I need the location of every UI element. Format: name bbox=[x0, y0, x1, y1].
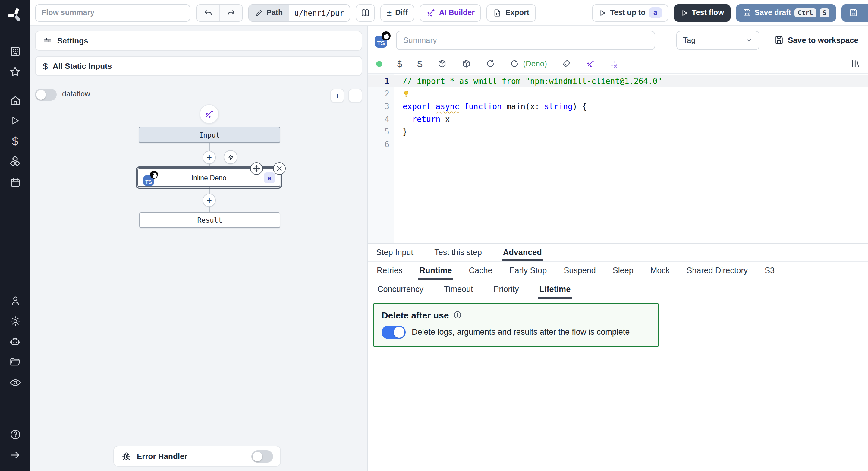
reload-button[interactable] bbox=[486, 59, 495, 68]
path-button[interactable]: Path u/henri/pur bbox=[248, 4, 350, 22]
lightning-icon bbox=[227, 153, 234, 161]
format-button[interactable] bbox=[562, 59, 571, 68]
bug-icon bbox=[121, 451, 131, 461]
user-icon bbox=[9, 295, 21, 306]
move-step-button[interactable] bbox=[250, 162, 263, 175]
add-step-button[interactable]: + bbox=[203, 194, 216, 207]
test-up-to-button[interactable]: Test up to a bbox=[592, 4, 668, 22]
reset-runtime-button[interactable] bbox=[510, 59, 519, 68]
package-button[interactable] bbox=[437, 59, 446, 68]
tab[interactable]: Timeout bbox=[443, 280, 474, 298]
tab[interactable]: Runtime bbox=[418, 261, 453, 279]
cubes-icon bbox=[9, 155, 21, 168]
code-line[interactable]: 6 bbox=[368, 138, 868, 151]
sidebar-item-settings[interactable] bbox=[5, 311, 25, 331]
code-line[interactable]: 3export async function main(x: string) { bbox=[368, 100, 868, 113]
runtime-tabs: ConcurrencyTimeoutPriorityLifetime bbox=[368, 280, 868, 299]
tag-select[interactable]: Tag bbox=[676, 30, 760, 50]
tab[interactable]: Advanced bbox=[502, 243, 543, 261]
export-file-icon bbox=[493, 8, 502, 17]
ai-edit-button[interactable] bbox=[586, 59, 595, 68]
line-number: 1 bbox=[368, 75, 394, 87]
ai-sparkles-button[interactable] bbox=[610, 59, 620, 68]
test-flow-button[interactable]: Test flow bbox=[674, 4, 731, 22]
save-to-workspace-button[interactable]: Save to workspace bbox=[775, 36, 858, 45]
library-button[interactable] bbox=[850, 59, 860, 68]
delete-step-button[interactable] bbox=[273, 162, 286, 175]
refresh-icon bbox=[510, 59, 519, 68]
docs-button[interactable] bbox=[355, 4, 375, 22]
refresh-icon bbox=[486, 59, 495, 68]
line-number: 3 bbox=[368, 100, 394, 113]
sidebar-item-users[interactable] bbox=[5, 290, 25, 311]
ai-flow-button[interactable] bbox=[199, 104, 219, 124]
tab[interactable]: Concurrency bbox=[376, 280, 425, 298]
sidebar-item-workers[interactable] bbox=[5, 331, 25, 352]
sidebar-item-runs[interactable] bbox=[5, 110, 25, 131]
code-line[interactable]: 1// import * as wmill from "npm:windmill… bbox=[368, 75, 868, 87]
tab[interactable]: Suspend bbox=[562, 261, 597, 279]
library-icon bbox=[850, 59, 860, 68]
flow-summary-input[interactable] bbox=[35, 4, 190, 22]
tab[interactable]: Shared Directory bbox=[685, 261, 749, 279]
pencil-icon bbox=[255, 9, 263, 17]
app-window: $ bbox=[0, 0, 868, 471]
undo-button[interactable] bbox=[196, 4, 219, 21]
typescript-deno-icon: TS bbox=[375, 33, 391, 47]
info-icon[interactable] bbox=[453, 311, 461, 319]
sidebar-item-favorites[interactable] bbox=[5, 61, 25, 82]
resources-button[interactable]: $ bbox=[417, 59, 423, 68]
editor-toolbar: $ $ bbox=[368, 54, 868, 73]
tab[interactable]: Step Input bbox=[375, 243, 414, 261]
lightbulb-icon[interactable] bbox=[403, 90, 410, 98]
code-editor[interactable]: 1// import * as wmill from "npm:windmill… bbox=[368, 73, 868, 243]
error-handler-card[interactable]: Error Handler bbox=[113, 446, 281, 467]
input-node[interactable]: Input bbox=[138, 127, 280, 143]
tab[interactable]: Mock bbox=[649, 261, 671, 279]
windmill-logo[interactable] bbox=[5, 5, 25, 25]
result-node[interactable]: Result bbox=[139, 212, 280, 228]
magic-wand-icon bbox=[204, 109, 214, 119]
tab[interactable]: Retries bbox=[375, 261, 404, 279]
ai-builder-button[interactable]: AI Builder bbox=[420, 4, 481, 22]
package-button[interactable] bbox=[461, 59, 470, 68]
code-line[interactable]: 5} bbox=[368, 125, 868, 138]
tab[interactable]: Priority bbox=[493, 280, 520, 298]
flow-pane: Settings $ All Static Inputs dataflow + … bbox=[30, 26, 368, 471]
arrow-right-icon bbox=[9, 449, 21, 461]
add-trigger-button[interactable] bbox=[224, 150, 238, 164]
sidebar-item-schedules[interactable] bbox=[5, 172, 25, 193]
sidebar-item-resources[interactable] bbox=[5, 151, 25, 172]
code-line[interactable]: 2 bbox=[368, 87, 868, 100]
export-button[interactable]: Export bbox=[487, 4, 536, 22]
add-step-button[interactable]: + bbox=[203, 151, 216, 164]
code-line[interactable]: 4 return x bbox=[368, 113, 868, 125]
error-handler-toggle[interactable] bbox=[251, 450, 273, 462]
step-summary-input[interactable] bbox=[396, 30, 655, 50]
save-draft-button[interactable]: Save draft Ctrl S bbox=[736, 4, 836, 22]
sidebar-item-variables[interactable]: $ bbox=[5, 131, 25, 151]
tab[interactable]: Early Stop bbox=[508, 261, 548, 279]
tab[interactable]: Sleep bbox=[612, 261, 635, 279]
robot-icon bbox=[9, 335, 21, 347]
redo-button[interactable] bbox=[219, 4, 242, 21]
sidebar-collapse-toggle[interactable] bbox=[5, 444, 25, 465]
deploy-button[interactable] bbox=[841, 4, 868, 22]
delete-after-use-toggle[interactable] bbox=[381, 325, 406, 338]
path-value: u/henri/pur bbox=[289, 4, 350, 21]
sidebar-item-audit[interactable] bbox=[5, 372, 25, 392]
sidebar-item-folders[interactable] bbox=[5, 352, 25, 372]
sidebar-item-help[interactable] bbox=[5, 424, 25, 444]
sparkles-icon bbox=[610, 59, 620, 68]
diff-button[interactable]: ± Diff bbox=[380, 4, 414, 22]
sidebar-item-home[interactable] bbox=[5, 90, 25, 110]
sidebar-item-workspace[interactable] bbox=[5, 41, 25, 61]
tab[interactable]: S3 bbox=[764, 261, 776, 279]
move-arrows-icon bbox=[253, 165, 260, 173]
status-dot-icon bbox=[376, 61, 382, 67]
tab[interactable]: Cache bbox=[468, 261, 494, 279]
tab[interactable]: Test this step bbox=[433, 243, 483, 261]
variables-button[interactable]: $ bbox=[397, 59, 402, 68]
tab[interactable]: Lifetime bbox=[538, 280, 572, 298]
sidebar-divider bbox=[0, 86, 30, 86]
